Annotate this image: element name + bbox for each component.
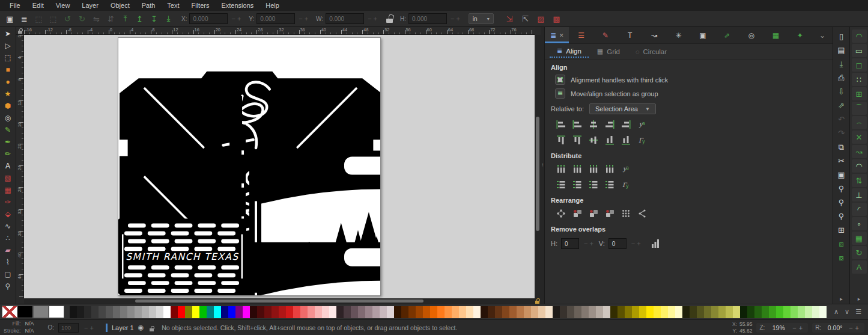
remove-overlaps-button[interactable] [649, 238, 663, 250]
selector-tool[interactable]: ➤ [1, 28, 15, 40]
color-swatch[interactable] [214, 306, 221, 318]
star-tool[interactable]: ★ [1, 88, 15, 100]
color-swatch[interactable] [805, 306, 812, 318]
color-swatch[interactable] [675, 306, 682, 318]
mesh-gradient-tool[interactable]: ▦ [1, 184, 15, 196]
color-swatch[interactable] [315, 306, 322, 318]
zoom-page[interactable]: ⚲ [834, 209, 849, 223]
color-swatch[interactable] [769, 306, 776, 318]
color-swatch[interactable] [380, 306, 387, 318]
firepit-design-artwork[interactable]: SMITH RANCH TEXAS [118, 38, 380, 295]
new-document[interactable]: ▯ [834, 29, 849, 43]
selection-action-icon[interactable]: ≣ [17, 12, 31, 25]
color-swatch[interactable] [553, 306, 560, 318]
color-swatch[interactable] [632, 306, 639, 318]
color-swatch[interactable] [502, 306, 509, 318]
color-swatch[interactable] [812, 306, 819, 318]
color-swatch[interactable] [408, 306, 416, 318]
color-swatch[interactable] [646, 306, 654, 318]
color-swatch[interactable] [495, 306, 502, 318]
align-vertical-button[interactable] [586, 134, 600, 146]
selection-action-icon[interactable]: ⬚ [46, 12, 60, 25]
snap-perpendicular[interactable]: ⊥ [852, 188, 867, 201]
align-horizontal-button[interactable] [554, 118, 568, 131]
distribute-vertical-button[interactable] [586, 179, 600, 191]
selection-action-icon[interactable]: ⇋ [90, 12, 103, 25]
overlap-h-input[interactable]: 0 [561, 238, 579, 249]
x-spinner[interactable]: −+ [231, 15, 243, 22]
align-vertical-button[interactable] [635, 134, 649, 146]
snap-tangential[interactable]: ◜ [852, 203, 867, 216]
color-swatch[interactable] [272, 306, 279, 318]
snap-cusp-nodes[interactable]: ↝ [852, 145, 867, 158]
align-horizontal-button[interactable] [602, 118, 616, 131]
zoom-selection[interactable]: ⚲ [834, 182, 849, 195]
color-swatch[interactable] [329, 306, 336, 318]
horizontal-scrollbar-thumb[interactable] [135, 300, 423, 303]
align-mode-tab[interactable]: ▦ Grid [590, 46, 627, 57]
selection-action-icon[interactable]: ⇵ [104, 12, 118, 25]
color-swatch[interactable] [445, 306, 452, 318]
zoom-value[interactable]: 19% [767, 324, 790, 331]
save-document[interactable]: ⤓ [834, 57, 849, 71]
grill-text-panel[interactable]: SMITH RANCH TEXAS [118, 219, 246, 294]
snap-path-intersections[interactable]: ✕ [852, 131, 867, 144]
rotation-control[interactable]: R: 0.00° −+ [812, 323, 864, 333]
color-swatch[interactable] [401, 306, 408, 318]
color-swatch[interactable] [221, 306, 228, 318]
cut[interactable]: ✂ [834, 154, 849, 168]
tab-objects[interactable]: ✳ [666, 27, 690, 43]
distribute-horizontal-button[interactable] [554, 163, 568, 175]
rearrange-button[interactable] [635, 207, 649, 220]
color-swatch[interactable] [509, 306, 517, 318]
canvas-lock-icon[interactable] [535, 298, 540, 304]
color-swatch[interactable] [545, 306, 553, 318]
color-swatch[interactable] [690, 306, 697, 318]
selection-action-icon[interactable]: ↻ [75, 12, 89, 25]
snap-grid[interactable]: ▦ [852, 232, 867, 245]
layer-visibility-icon[interactable]: ◉ [138, 324, 144, 331]
color-swatch[interactable] [387, 306, 394, 318]
tab-symbols[interactable]: ▣ [691, 27, 715, 43]
zoom-control[interactable]: Z: 19% −+ [756, 323, 808, 333]
color-swatch[interactable] [235, 306, 243, 318]
w-spinner[interactable]: −+ [368, 15, 379, 22]
color-swatch[interactable] [293, 306, 300, 318]
x-input[interactable]: 0.000 [189, 13, 228, 24]
connector-tool[interactable]: ⌇ [1, 256, 15, 268]
color-swatch[interactable] [819, 306, 827, 318]
color-swatch[interactable] [762, 306, 769, 318]
color-swatch[interactable] [596, 306, 603, 318]
page-tool[interactable]: ▢ [1, 268, 15, 280]
tab-find-replace[interactable]: ◎ [739, 27, 763, 43]
align-vertical-button[interactable] [619, 134, 633, 146]
color-swatch[interactable] [430, 306, 437, 318]
palette-scroll-down-icon[interactable]: ∨ [845, 308, 849, 316]
align-horizontal-button[interactable] [586, 118, 600, 131]
palette-menu-icon[interactable]: ☰ [855, 308, 861, 316]
spiral-tool[interactable]: ◎ [1, 112, 15, 124]
color-swatch[interactable] [697, 306, 704, 318]
y-input[interactable]: 0.000 [256, 13, 295, 24]
distribute-horizontal-button[interactable] [570, 163, 584, 175]
alignment-handles-checkbox[interactable] [555, 75, 565, 85]
color-swatch[interactable] [250, 306, 257, 318]
color-swatch[interactable] [142, 306, 149, 318]
color-swatch[interactable] [574, 306, 581, 318]
color-swatch[interactable] [178, 306, 185, 318]
snap-paths[interactable]: ⌢ [852, 116, 867, 129]
color-swatch[interactable] [243, 306, 250, 318]
rotation-value[interactable]: 0.00° [824, 324, 846, 331]
transform-toggle-icon[interactable]: ▨ [534, 12, 548, 25]
color-swatch[interactable] [711, 306, 718, 318]
color-swatch[interactable] [156, 306, 163, 318]
align-mode-tab[interactable]: ≣ Align [550, 45, 589, 58]
horizontal-scrollbar[interactable] [24, 298, 535, 304]
snap-master-toggle[interactable]: ◠ [852, 29, 867, 43]
distribute-vertical-button[interactable] [570, 179, 584, 191]
color-swatch[interactable] [185, 306, 192, 318]
color-swatch[interactable] [682, 306, 690, 318]
transform-toggle-icon[interactable]: ▩ [550, 12, 563, 25]
color-swatch[interactable] [603, 306, 610, 318]
opacity-spinner[interactable]: −+ [84, 324, 96, 331]
